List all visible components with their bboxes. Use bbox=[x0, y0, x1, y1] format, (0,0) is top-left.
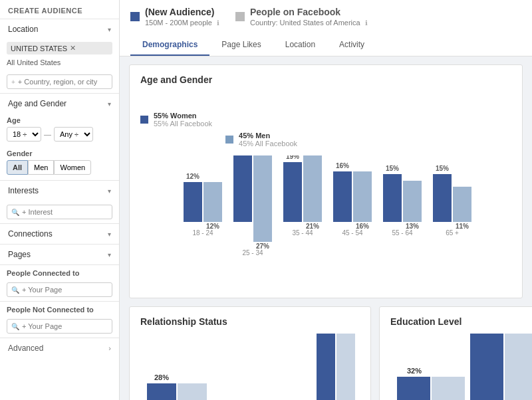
tab-location[interactable]: Location bbox=[273, 35, 327, 56]
location-remove-icon[interactable]: ✕ bbox=[70, 44, 76, 52]
age-gender-card: Age and Gender 55% Women 55% All Faceboo… bbox=[129, 64, 523, 298]
people-not-connected-search-icon: 🔍 bbox=[11, 323, 19, 330]
audience-new: (New Audience) 150M - 200M people ℹ bbox=[130, 7, 219, 27]
gender-row: All Men Women bbox=[0, 157, 119, 180]
women-bar-65-plus bbox=[433, 174, 452, 222]
people-connected-input[interactable] bbox=[22, 286, 108, 294]
age-dash: — bbox=[44, 130, 51, 138]
rel-bar-married-bg bbox=[336, 334, 355, 400]
location-label: Location bbox=[8, 25, 38, 34]
bar-group-35-44: 19% 21% 35 - 44 bbox=[283, 155, 322, 237]
women-legend-sub: 55% All Facebook bbox=[154, 120, 212, 128]
age-gender-toggle[interactable]: Age and Gender ▾ bbox=[0, 94, 119, 114]
audience-size-info-icon: ℹ bbox=[217, 19, 219, 27]
bar-group-45-54: 16% 16% 45 - 54 bbox=[333, 162, 372, 237]
men-legend-label: 45% Men bbox=[239, 132, 297, 140]
age-label-35-44: 35 - 44 bbox=[292, 229, 313, 237]
women-legend-dot bbox=[140, 116, 148, 124]
people-connected-input-wrapper[interactable]: 🔍 bbox=[7, 282, 112, 297]
women-bar-35-44 bbox=[283, 162, 302, 222]
men-bar-18-24 bbox=[203, 182, 222, 222]
audience-new-size: 150M - 200M people ℹ bbox=[145, 19, 219, 27]
people-connected-label: People Connected to bbox=[0, 265, 119, 278]
age-label-65-plus: 65 + bbox=[446, 229, 459, 237]
rel-pct-single: 28% bbox=[154, 373, 169, 381]
location-tag: UNITED STATES ✕ bbox=[7, 42, 112, 54]
location-search-icon: + bbox=[11, 78, 15, 86]
people-connected-section: People Connected to 🔍 bbox=[0, 264, 119, 297]
location-chevron-icon: ▾ bbox=[108, 26, 111, 33]
people-not-connected-input-wrapper[interactable]: 🔍 bbox=[7, 319, 112, 334]
interests-input[interactable] bbox=[22, 208, 108, 216]
men-bar-35-44 bbox=[303, 155, 322, 222]
gender-all-button[interactable]: All bbox=[7, 160, 28, 175]
tabs-row: Demographics Page Likes Location Activit… bbox=[130, 35, 521, 56]
main-content: (New Audience) 150M - 200M people ℹ Peop… bbox=[120, 0, 532, 400]
women-bar-18-24 bbox=[184, 182, 202, 222]
rel-bar-married bbox=[317, 334, 335, 400]
charts-area: Age and Gender 55% Women 55% All Faceboo… bbox=[120, 56, 532, 400]
location-sub: All United States bbox=[0, 57, 119, 70]
people-not-connected-input[interactable] bbox=[22, 322, 108, 330]
age-label-25-34: 25 - 34 bbox=[242, 249, 263, 256]
audience-row: (New Audience) 150M - 200M people ℹ Peop… bbox=[130, 7, 521, 32]
bar-group-55-64: 15% 13% 55 - 64 bbox=[383, 165, 422, 237]
connections-chevron-icon: ▾ bbox=[108, 231, 111, 238]
location-input[interactable] bbox=[18, 78, 108, 86]
pages-chevron-icon: ▾ bbox=[108, 251, 111, 258]
row-charts: Relationship Status 28% Single +0% 16% I… bbox=[129, 306, 523, 400]
edu-pct-highschool: 32% bbox=[407, 367, 422, 375]
advanced-label: Advanced bbox=[8, 344, 43, 353]
age-label: Age bbox=[0, 114, 119, 124]
women-bar-25-34 bbox=[233, 155, 252, 222]
pages-toggle[interactable]: Pages ▾ bbox=[0, 245, 119, 264]
location-input-wrapper[interactable]: + bbox=[7, 74, 112, 89]
women-legend-label: 55% Women bbox=[154, 112, 212, 120]
main-header: (New Audience) 150M - 200M people ℹ Peop… bbox=[120, 0, 532, 56]
men-legend: 45% Men 45% All Facebook bbox=[225, 132, 297, 148]
gender-label: Gender bbox=[0, 146, 119, 157]
gender-men-button[interactable]: Men bbox=[28, 160, 54, 175]
advanced-section[interactable]: Advanced › bbox=[0, 338, 119, 358]
tab-page-likes[interactable]: Page Likes bbox=[209, 35, 273, 56]
audience-fb-title: People on Facebook bbox=[250, 7, 368, 17]
interests-section: Interests ▾ 🔍 bbox=[0, 180, 119, 219]
age-label-18-24: 18 - 24 bbox=[192, 229, 213, 237]
age-to-select[interactable]: Any ÷ bbox=[54, 127, 93, 142]
bar-group-18-24: 12% 12% 18 - 24 bbox=[184, 173, 222, 237]
tab-demographics[interactable]: Demographics bbox=[130, 35, 209, 56]
relationship-card: Relationship Status 28% Single +0% 16% I… bbox=[129, 306, 371, 400]
interests-label: Interests bbox=[8, 186, 39, 195]
men-legend-sub: 45% All Facebook bbox=[239, 140, 297, 148]
gender-women-button[interactable]: Women bbox=[54, 160, 91, 175]
people-not-connected-label: People Not Connected to bbox=[0, 302, 119, 315]
bar-group-25-34: 23% 27% 25 - 34 bbox=[233, 155, 272, 256]
age-from-select[interactable]: 18 ÷ bbox=[7, 127, 41, 142]
people-not-connected-section: People Not Connected to 🔍 bbox=[0, 301, 119, 334]
age-gender-chart-svg: 12% 12% 18 - 24 23% 27% 25 - 34 19% bbox=[180, 155, 493, 288]
age-row: 18 ÷ — Any ÷ bbox=[0, 124, 119, 146]
audience-fb-dot bbox=[235, 12, 245, 21]
education-title: Education Level bbox=[390, 316, 532, 327]
men-bar-25-34 bbox=[253, 155, 272, 242]
relationship-married-svg: 52% Married +0% bbox=[313, 334, 360, 400]
location-section: Location ▾ UNITED STATES ✕ All United St… bbox=[0, 19, 119, 89]
men-bar-65-plus bbox=[453, 187, 471, 222]
pages-section: Pages ▾ bbox=[0, 244, 119, 264]
audience-new-title: (New Audience) bbox=[145, 7, 219, 17]
sidebar: CREATE AUDIENCE Location ▾ UNITED STATES… bbox=[0, 0, 120, 400]
women-legend: 55% Women 55% All Facebook bbox=[140, 92, 212, 148]
interests-toggle[interactable]: Interests ▾ bbox=[0, 181, 119, 201]
women-pct-18-24: 12% bbox=[186, 173, 200, 180]
edu-bar-highschool bbox=[397, 377, 430, 400]
location-toggle[interactable]: Location ▾ bbox=[0, 19, 119, 39]
edu-bar-highschool-bg bbox=[432, 377, 465, 400]
education-card: Education Level 32% High School +0% 61% … bbox=[379, 306, 532, 400]
tab-activity[interactable]: Activity bbox=[327, 35, 376, 56]
age-gender-label: Age and Gender bbox=[8, 99, 66, 108]
interests-input-wrapper[interactable]: 🔍 bbox=[7, 205, 112, 219]
connections-toggle[interactable]: Connections ▾ bbox=[0, 224, 119, 244]
audience-fb-info-icon: ℹ bbox=[365, 19, 368, 27]
men-bar-55-64 bbox=[403, 181, 422, 222]
audience-fb: People on Facebook Country: United State… bbox=[235, 7, 368, 27]
